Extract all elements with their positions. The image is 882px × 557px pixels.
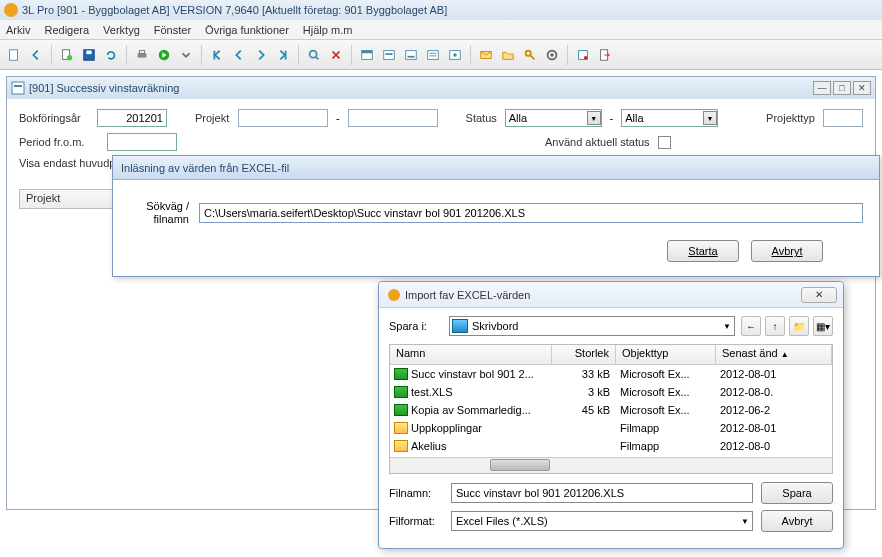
app-title: 3L Pro [901 - Byggbolaget AB] VERSION 7,… <box>22 4 447 16</box>
file-cancel-button[interactable]: Avbryt <box>761 510 833 532</box>
file-list: Namn Storlek Objekttyp Senast änd ▲ Succ… <box>389 344 833 474</box>
tb-prev-icon[interactable] <box>229 45 249 65</box>
tb-folder-icon[interactable] <box>498 45 518 65</box>
projekt-from-input[interactable] <box>238 109 328 127</box>
file-row[interactable]: Succ vinstavr bol 901 2...33 kBMicrosoft… <box>390 365 832 383</box>
nav-up-button[interactable]: ↑ <box>765 316 785 336</box>
tb-delete-icon[interactable] <box>326 45 346 65</box>
menu-hjalp[interactable]: Hjälp m.m <box>303 24 353 36</box>
visa-label: Visa endast huvudp <box>19 157 115 169</box>
tb-play-icon[interactable] <box>154 45 174 65</box>
folder-icon <box>394 440 408 452</box>
status2-dropdown[interactable]: Alla▼ <box>621 109 718 127</box>
th-projekt[interactable]: Projekt <box>20 190 120 208</box>
tb-tool2-icon[interactable] <box>379 45 399 65</box>
status-value: Alla <box>509 112 527 124</box>
tb-last-icon[interactable] <box>273 45 293 65</box>
app-titlebar: 3L Pro [901 - Byggbolaget AB] VERSION 7,… <box>0 0 882 20</box>
file-picker-titlebar[interactable]: Import fav EXCEL-värden ✕ <box>379 282 843 308</box>
path-input[interactable] <box>199 203 863 223</box>
save-button[interactable]: Spara <box>761 482 833 504</box>
file-size: 3 kB <box>552 386 616 398</box>
tb-tool3-icon[interactable] <box>401 45 421 65</box>
file-row[interactable]: AkeliusFilmapp2012-08-0 <box>390 437 832 455</box>
projekt-to-input[interactable] <box>348 109 438 127</box>
menu-verktyg[interactable]: Verktyg <box>103 24 140 36</box>
tb-chevron-down-icon[interactable] <box>176 45 196 65</box>
cancel-button[interactable]: Avbryt <box>751 240 823 262</box>
menubar: Arkiv Redigera Verktyg Fönster Övriga fu… <box>0 20 882 40</box>
svg-point-27 <box>388 289 400 301</box>
filename-label: Filnamn: <box>389 487 443 499</box>
import-dialog-titlebar[interactable]: Inläsning av värden från EXCEL-fil <box>113 156 879 180</box>
filename-input[interactable] <box>451 483 753 503</box>
menu-fonster[interactable]: Fönster <box>154 24 191 36</box>
projekttyp-input[interactable] <box>823 109 863 127</box>
file-row[interactable]: UppkopplingarFilmapp2012-08-01 <box>390 419 832 437</box>
tb-exit-icon[interactable] <box>595 45 615 65</box>
menu-arkiv[interactable]: Arkiv <box>6 24 30 36</box>
svg-rect-4 <box>86 50 91 54</box>
bokforingsar-input[interactable] <box>97 109 167 127</box>
tb-settings-icon[interactable] <box>542 45 562 65</box>
tb-window-icon[interactable] <box>573 45 593 65</box>
svg-rect-10 <box>362 50 373 53</box>
svg-point-2 <box>67 55 72 60</box>
menu-ovriga[interactable]: Övriga funktioner <box>205 24 289 36</box>
import-dialog: Inläsning av värden från EXCEL-fil Sökvä… <box>112 155 880 277</box>
svg-point-17 <box>453 53 457 57</box>
import-dialog-title: Inläsning av värden från EXCEL-fil <box>121 162 289 174</box>
horizontal-scrollbar[interactable] <box>390 457 832 473</box>
subwin-minimize-button[interactable]: — <box>813 81 831 95</box>
tb-arrow-left-icon[interactable] <box>26 45 46 65</box>
app-icon <box>4 3 18 17</box>
status-dropdown[interactable]: Alla▼ <box>505 109 602 127</box>
tb-first-icon[interactable] <box>207 45 227 65</box>
savein-value: Skrivbord <box>472 320 518 332</box>
file-date: 2012-08-01 <box>716 368 832 380</box>
svg-point-8 <box>310 50 317 57</box>
tb-save-icon[interactable] <box>79 45 99 65</box>
nav-back-button[interactable]: ← <box>741 316 761 336</box>
tb-doc-icon[interactable] <box>4 45 24 65</box>
tb-refresh-icon[interactable] <box>101 45 121 65</box>
tb-find-icon[interactable] <box>304 45 324 65</box>
col-size[interactable]: Storlek <box>552 345 616 364</box>
file-type: Microsoft Ex... <box>616 386 716 398</box>
tb-mail-icon[interactable] <box>476 45 496 65</box>
start-button[interactable]: Starta <box>667 240 739 262</box>
anvand-checkbox[interactable] <box>658 136 671 149</box>
file-row[interactable]: Kopia av Sommarledig...45 kBMicrosoft Ex… <box>390 401 832 419</box>
status2-value: Alla <box>625 112 643 124</box>
col-name[interactable]: Namn <box>390 345 552 364</box>
tb-next-icon[interactable] <box>251 45 271 65</box>
tb-print-icon[interactable] <box>132 45 152 65</box>
file-row[interactable]: test.XLS3 kBMicrosoft Ex...2012-08-0. <box>390 383 832 401</box>
file-name: Akelius <box>411 440 446 452</box>
period-input[interactable] <box>107 133 177 151</box>
tb-key-icon[interactable] <box>520 45 540 65</box>
savein-label: Spara i: <box>389 320 443 332</box>
tb-tool1-icon[interactable] <box>357 45 377 65</box>
svg-rect-5 <box>138 53 147 57</box>
savein-dropdown[interactable]: Skrivbord ▼ <box>449 316 735 336</box>
file-picker-close-button[interactable]: ✕ <box>801 287 837 303</box>
path-label: Sökväg / filnamn <box>129 200 189 226</box>
scrollbar-thumb[interactable] <box>490 459 550 471</box>
tb-tool5-icon[interactable] <box>445 45 465 65</box>
tb-tool4-icon[interactable] <box>423 45 443 65</box>
nav-view-button[interactable]: ▦▾ <box>813 316 833 336</box>
file-name: test.XLS <box>411 386 453 398</box>
tb-new-icon[interactable] <box>57 45 77 65</box>
col-date[interactable]: Senast änd ▲ <box>716 345 832 364</box>
file-type: Filmapp <box>616 422 716 434</box>
menu-redigera[interactable]: Redigera <box>44 24 89 36</box>
subwin-maximize-button[interactable]: □ <box>833 81 851 95</box>
format-dropdown[interactable]: Excel Files (*.XLS) ▼ <box>451 511 753 531</box>
file-size: 45 kB <box>552 404 616 416</box>
nav-newfolder-button[interactable]: 📁 <box>789 316 809 336</box>
chevron-down-icon: ▼ <box>703 111 717 125</box>
file-type: Filmapp <box>616 440 716 452</box>
subwin-close-button[interactable]: ✕ <box>853 81 871 95</box>
col-type[interactable]: Objekttyp <box>616 345 716 364</box>
